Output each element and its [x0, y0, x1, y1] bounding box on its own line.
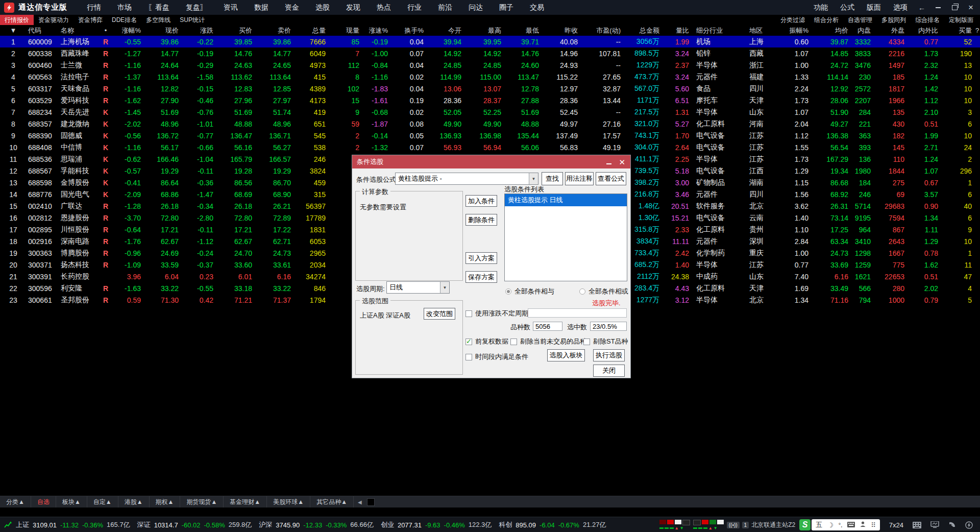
column-header-均价[interactable]: 均价	[811, 25, 850, 36]
column-header-细分行业[interactable]: 细分行业	[691, 25, 744, 36]
chevron-down-icon[interactable]: ▼	[440, 282, 449, 293]
table-row[interactable]: 5603317天味食品R-1.1612.82-0.1512.8312.85438…	[0, 83, 980, 94]
tab-基金理财[interactable]: 基金理财▲	[224, 496, 267, 507]
menu-item-公式[interactable]: 公式	[834, 0, 861, 15]
toolbar-item-资金博弈[interactable]: 资金博弈	[74, 15, 107, 25]
table-row[interactable]: 9688390固德威K-0.56136.72-0.77136.47136.715…	[0, 130, 980, 141]
column-header-•[interactable]: •	[100, 25, 111, 36]
menu-item-版面[interactable]: 版面	[861, 0, 887, 15]
table-row[interactable]: 3600460士兰微R-1.1624.64-0.2924.6324.654973…	[0, 59, 980, 71]
tab-分类[interactable]: 分类▲	[0, 496, 31, 507]
tab-港股[interactable]: 港股▲	[118, 496, 150, 507]
menu-item-数据[interactable]: 数据	[246, 0, 277, 15]
column-header-地区[interactable]: 地区	[744, 25, 776, 36]
column-header-买量[interactable]: 买量	[940, 25, 974, 36]
table-row[interactable]: 7688234天岳先进K-1.4551.69-0.7651.6951.74419…	[0, 106, 980, 118]
change-range-button[interactable]: 改变范围	[424, 308, 455, 320]
menu-item-市场[interactable]: 市场	[109, 0, 140, 15]
forward-adjust-checkbox[interactable]: 前复权数据	[465, 337, 508, 346]
column-header-?[interactable]: ?	[974, 25, 980, 36]
notification-count-badge[interactable]: 1	[742, 522, 749, 528]
column-header-最高[interactable]: 最高	[463, 25, 503, 36]
menu-item-复盘〗[interactable]: 复盘〗	[178, 0, 215, 15]
column-header-现量[interactable]: 现量	[328, 25, 361, 36]
column-header-涨跌[interactable]: 涨跌	[181, 25, 215, 36]
irregular-period-input[interactable]	[528, 308, 627, 318]
menu-item-资讯[interactable]: 资讯	[215, 0, 246, 15]
monitor-status-icon[interactable]	[930, 521, 939, 528]
toolbar-item-定制版面[interactable]: 定制版面	[944, 15, 978, 25]
column-header-代码[interactable]: 代码	[27, 25, 59, 36]
table-row[interactable]: 10688408中信博K-1.1656.17-0.6656.1656.27538…	[0, 141, 980, 153]
power-bolt-icon[interactable]	[965, 521, 973, 529]
column-header-涨幅%[interactable]: 涨幅%	[111, 25, 143, 36]
execute-pick-button[interactable]: 执行选股	[593, 349, 625, 361]
satellite-dish-icon[interactable]	[948, 521, 956, 528]
timerange-checkbox[interactable]: 时间段内满足条件	[465, 352, 528, 361]
dialog-title-bar[interactable]: 条件选股 ✕	[352, 155, 630, 168]
column-header-▼[interactable]: ▼	[0, 25, 27, 36]
save-plan-button[interactable]: 保存方案	[465, 271, 497, 283]
toolbar-item-组合分析[interactable]: 组合分析	[810, 15, 843, 25]
column-header-现价[interactable]: 现价	[143, 25, 181, 36]
toolbar-item-分类过滤[interactable]: 分类过滤	[776, 15, 810, 25]
index-科创[interactable]: 科创895.09-6.04-0.67%21.27亿	[499, 520, 606, 529]
column-header-换手%[interactable]: 换手%	[390, 25, 426, 36]
toolbar-item-DDE排名[interactable]: DDE排名	[107, 15, 141, 25]
exclude-untraded-checkbox[interactable]: 剔除当前未交易的品种	[510, 337, 586, 346]
index-沪深[interactable]: 沪深3745.90-12.33-0.33%66.66亿	[259, 520, 374, 529]
menu-item-资金[interactable]: 资金	[277, 0, 307, 15]
table-row[interactable]: 2600338西藏珠峰R-1.2714.77-0.1914.7614.77604…	[0, 47, 980, 59]
index-上证[interactable]: 上证3109.01-11.32-0.36%165.7亿	[16, 520, 130, 529]
remove-condition-button[interactable]: 删除条件	[465, 214, 497, 226]
server-name[interactable]: 北京联通主站Z2	[751, 521, 795, 529]
menu-item-行业[interactable]: 行业	[399, 0, 430, 15]
table-row[interactable]: 6603529爱玛科技R-1.6227.90-0.4627.9627.97417…	[0, 94, 980, 106]
column-header-卖价[interactable]: 卖价	[254, 25, 293, 36]
column-header-名称[interactable]: 名称	[59, 25, 100, 36]
menu-item-圈子[interactable]: 圈子	[491, 0, 522, 15]
menu-item-选股[interactable]: 选股	[307, 0, 338, 15]
table-row[interactable]: 4600563法拉电子R-1.37113.64-1.58113.62113.64…	[0, 71, 980, 83]
index-创业[interactable]: 创业2077.31-9.63-0.46%122.3亿	[381, 520, 492, 529]
toolbar-item-资金驱动力[interactable]: 资金驱动力	[34, 15, 74, 25]
tab-其它品种[interactable]: 其它品种▲	[310, 496, 354, 507]
condition-list-item[interactable]: 黄柱选股提示 日线	[505, 194, 627, 206]
table-row[interactable]: 8688357建龙微纳K-2.0248.96-1.0148.8848.96651…	[0, 118, 980, 130]
back-arrow-icon[interactable]: ←	[918, 4, 926, 12]
ime-punct-icon[interactable]: °,	[839, 522, 842, 528]
column-header-外盘[interactable]: 外盘	[873, 25, 906, 36]
import-plan-button[interactable]: 引入方案	[465, 252, 497, 264]
menu-item-选项[interactable]: 选项	[887, 0, 914, 15]
toolbar-item-行情报价[interactable]: 行情报价	[0, 15, 34, 25]
menu-item-热点[interactable]: 热点	[369, 0, 399, 15]
minimize-button[interactable]	[934, 4, 942, 12]
menu-item-问达[interactable]: 问达	[460, 0, 491, 15]
tab-板块[interactable]: 板块▲	[56, 496, 87, 507]
irregular-period-checkbox[interactable]: 使用涨跌不定周期	[465, 309, 528, 318]
tab-美股环球[interactable]: 美股环球▲	[267, 496, 310, 507]
menu-item-〖看盘[interactable]: 〖看盘	[140, 0, 178, 15]
toolbar-item-自选管理[interactable]: 自选管理	[843, 15, 877, 25]
toolbar-item-多股同列[interactable]: 多股同列	[877, 15, 911, 25]
column-header-买价[interactable]: 买价	[215, 25, 254, 36]
ime-halfwidth-icon[interactable]: ☽	[827, 521, 834, 529]
radio-all-or[interactable]: 全部条件相或	[579, 287, 628, 296]
broadcast-icon[interactable]: ((•))	[727, 522, 740, 528]
column-header-市盈(动)[interactable]: 市盈(动)	[580, 25, 623, 36]
menu-item-前沿[interactable]: 前沿	[430, 0, 460, 15]
menu-item-行情[interactable]: 行情	[79, 0, 109, 15]
column-header-振幅%[interactable]: 振幅%	[776, 25, 811, 36]
dialog-close-button[interactable]: 关闭	[593, 365, 625, 377]
column-header-量比[interactable]: 量比	[662, 25, 691, 36]
restore-button[interactable]	[950, 4, 959, 12]
column-header-总金额[interactable]: 总金额	[623, 25, 662, 36]
close-button[interactable]: ×	[967, 4, 975, 12]
dialog-close-icon[interactable]: ✕	[619, 158, 625, 166]
period-combo[interactable]: 日线 ▼	[386, 281, 450, 294]
table-row[interactable]: 1600009上海机场R-0.5539.86-0.2239.8539.86766…	[0, 36, 980, 47]
add-condition-button[interactable]: 加入条件	[465, 195, 497, 207]
tab-自定[interactable]: 自定▲	[87, 496, 118, 507]
exclude-st-checkbox[interactable]: 剔除ST品种	[583, 337, 628, 346]
ime-keyboard-icon[interactable]	[847, 521, 855, 529]
